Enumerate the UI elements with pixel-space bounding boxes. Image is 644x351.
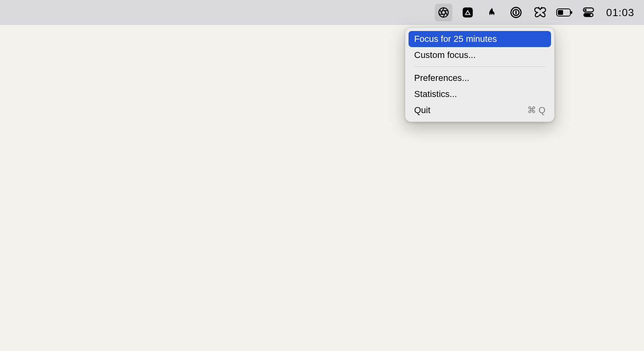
svg-rect-14 (558, 10, 563, 15)
menu-item-custom-focus[interactable]: Custom focus... (409, 47, 551, 63)
app-dropdown-menu: Focus for 25 minutes Custom focus... Pre… (405, 27, 555, 122)
svg-point-19 (590, 14, 592, 16)
menu-item-label: Preferences... (414, 73, 469, 83)
svg-point-17 (584, 9, 586, 11)
menu-item-label: Custom focus... (414, 50, 476, 60)
butterfly-icon[interactable] (531, 4, 549, 21)
menu-item-label: Focus for 25 minutes (414, 34, 497, 44)
command-key-icon: ⌘ (527, 105, 536, 116)
control-center-icon[interactable] (580, 4, 597, 21)
flame-icon[interactable] (483, 4, 501, 21)
menu-shortcut: ⌘ Q (527, 105, 545, 116)
menubar-clock[interactable]: 01:03 (606, 6, 634, 19)
battery-icon[interactable] (555, 4, 573, 21)
menu-separator (414, 66, 545, 67)
menu-item-statistics[interactable]: Statistics... (409, 86, 551, 102)
menu-item-focus-25[interactable]: Focus for 25 minutes (409, 31, 551, 47)
shortcut-key: Q (539, 105, 545, 116)
triangle-icon[interactable] (459, 4, 477, 21)
menu-item-label: Statistics... (414, 89, 457, 99)
aperture-icon[interactable] (435, 4, 452, 21)
menu-item-quit[interactable]: Quit ⌘ Q (409, 102, 551, 118)
menubar: 01:03 (0, 0, 644, 25)
onepassword-icon[interactable] (507, 4, 525, 21)
menu-item-preferences[interactable]: Preferences... (409, 70, 551, 86)
svg-rect-15 (571, 11, 572, 14)
menu-item-label: Quit (414, 105, 430, 116)
